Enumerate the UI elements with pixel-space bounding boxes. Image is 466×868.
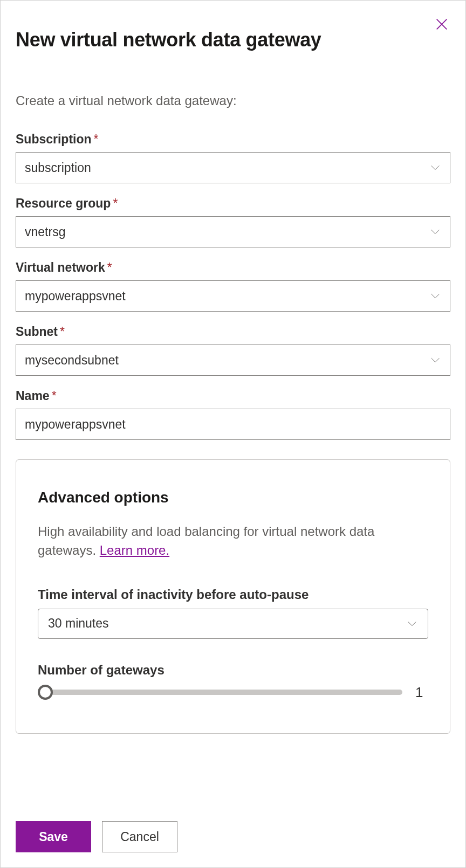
button-row: Save Cancel (16, 821, 177, 852)
cancel-button[interactable]: Cancel (102, 821, 177, 852)
resource-group-dropdown[interactable]: vnetrsg (16, 216, 450, 247)
advanced-options-panel: Advanced options High availability and l… (16, 459, 450, 734)
gateways-slider[interactable] (38, 686, 402, 699)
required-marker: * (107, 260, 112, 274)
required-marker: * (113, 196, 118, 210)
label-text: Virtual network (16, 260, 105, 274)
inactivity-label: Time interval of inactivity before auto-… (38, 587, 428, 602)
chevron-down-icon (406, 618, 418, 630)
dropdown-value: subscription (25, 161, 91, 175)
subscription-dropdown[interactable]: subscription (16, 152, 450, 183)
virtual-network-dropdown[interactable]: mypowerappsvnet (16, 280, 450, 312)
advanced-desc-text: High availability and load balancing for… (38, 524, 374, 557)
required-marker: * (52, 389, 57, 403)
chevron-down-icon (429, 290, 441, 302)
dropdown-value: mypowerappsvnet (25, 289, 126, 304)
dropdown-value: vnetrsg (25, 225, 65, 239)
resource-group-label: Resource group* (16, 196, 450, 211)
required-marker: * (94, 132, 99, 146)
required-marker: * (60, 325, 65, 339)
learn-more-link[interactable]: Learn more. (100, 543, 169, 557)
save-button[interactable]: Save (16, 821, 91, 852)
advanced-description: High availability and load balancing for… (38, 522, 428, 560)
close-button[interactable] (434, 17, 449, 34)
field-subnet: Subnet* mysecondsubnet (16, 325, 450, 376)
dropdown-value: 30 minutes (48, 616, 109, 631)
label-text: Name (16, 389, 50, 403)
label-text: Subscription (16, 132, 92, 146)
gateways-slider-row: 1 (38, 684, 428, 701)
chevron-down-icon (429, 226, 441, 238)
field-resource-group: Resource group* vnetrsg (16, 196, 450, 247)
field-virtual-network: Virtual network* mypowerappsvnet (16, 260, 450, 312)
field-subscription: Subscription* subscription (16, 132, 450, 183)
close-icon (434, 24, 449, 33)
slider-track-line (38, 690, 402, 695)
subnet-label: Subnet* (16, 325, 450, 339)
subscription-label: Subscription* (16, 132, 450, 147)
slider-thumb[interactable] (38, 685, 53, 700)
chevron-down-icon (429, 162, 441, 174)
inactivity-dropdown[interactable]: 30 minutes (38, 609, 428, 639)
subnet-dropdown[interactable]: mysecondsubnet (16, 345, 450, 376)
chevron-down-icon (429, 354, 441, 366)
gateways-label: Number of gateways (38, 663, 428, 678)
gateways-value: 1 (415, 684, 428, 701)
dropdown-value: mysecondsubnet (25, 353, 119, 368)
name-input[interactable] (16, 409, 450, 440)
virtual-network-label: Virtual network* (16, 260, 450, 275)
panel-title: New virtual network data gateway (16, 29, 450, 51)
panel-subtitle: Create a virtual network data gateway: (16, 93, 450, 108)
label-text: Resource group (16, 196, 111, 210)
label-text: Subnet (16, 325, 58, 339)
advanced-title: Advanced options (38, 489, 428, 506)
name-label: Name* (16, 389, 450, 403)
field-name: Name* (16, 389, 450, 440)
